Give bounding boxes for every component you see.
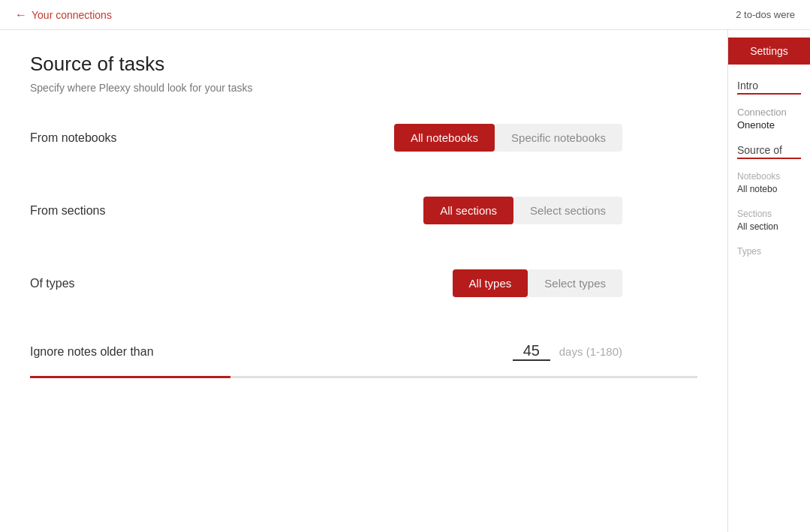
- sections-row: From sections All sections Select sectio…: [30, 197, 697, 239]
- sections-sidebar-label: Sections: [737, 209, 801, 219]
- ignore-label: Ignore notes older than: [30, 345, 180, 359]
- back-link[interactable]: ← Your connections: [15, 8, 112, 22]
- ignore-row: Ignore notes older than days (1-180): [30, 342, 697, 361]
- all-notebooks-button[interactable]: All notebooks: [394, 124, 495, 152]
- settings-button[interactable]: Settings: [728, 38, 810, 65]
- page-title: Source of tasks: [30, 53, 697, 76]
- notebooks-sidebar-label: Notebooks: [737, 171, 801, 182]
- sidebar-item-notebooks: Notebooks All notebo: [737, 171, 801, 195]
- all-sections-button[interactable]: All sections: [423, 197, 513, 224]
- specific-notebooks-button[interactable]: Specific notebooks: [495, 124, 622, 152]
- source-label: Source of: [737, 144, 782, 156]
- connection-label: Connection: [737, 107, 801, 118]
- notebooks-toggle-group: All notebooks Specific notebooks: [394, 124, 622, 152]
- sidebar-item-intro[interactable]: Intro: [737, 80, 801, 95]
- back-label: Your connections: [32, 9, 112, 21]
- content-area: Source of tasks Specify where Pleexy sho…: [0, 30, 727, 532]
- notification-text: 2 to-dos were: [736, 9, 795, 20]
- page-subtitle: Specify where Pleexy should look for you…: [30, 82, 697, 94]
- notebooks-label: From notebooks: [30, 131, 180, 145]
- all-types-button[interactable]: All types: [453, 269, 528, 297]
- progress-line: [30, 376, 697, 378]
- select-types-button[interactable]: Select types: [528, 269, 622, 297]
- sections-sidebar-value: All section: [737, 221, 778, 232]
- notebooks-row: From notebooks All notebooks Specific no…: [30, 124, 697, 167]
- back-arrow-icon: ←: [15, 8, 27, 22]
- ignore-input-group: days (1-180): [513, 342, 622, 361]
- sidebar-item-types: Types: [737, 246, 801, 257]
- sidebar-nav: Intro Connection Onenote Source of Noteb…: [728, 80, 810, 270]
- ignore-hint: days (1-180): [559, 345, 622, 358]
- sidebar-item-source[interactable]: Source of: [737, 144, 801, 159]
- sections-toggle-group: All sections Select sections: [423, 197, 622, 224]
- sidebar: Settings Intro Connection Onenote Source…: [727, 30, 810, 532]
- types-row: Of types All types Select types: [30, 269, 697, 312]
- sidebar-item-sections: Sections All section: [737, 209, 801, 233]
- sections-label: From sections: [30, 204, 180, 218]
- ignore-days-input[interactable]: [513, 342, 550, 361]
- types-sidebar-label: Types: [737, 246, 801, 257]
- select-sections-button[interactable]: Select sections: [513, 197, 622, 224]
- types-toggle-group: All types Select types: [453, 269, 622, 297]
- notebooks-sidebar-value: All notebo: [737, 184, 777, 194]
- sidebar-item-connection: Connection Onenote: [737, 107, 801, 131]
- intro-label: Intro: [737, 80, 758, 92]
- connection-value: Onenote: [737, 119, 801, 131]
- types-label: Of types: [30, 277, 180, 290]
